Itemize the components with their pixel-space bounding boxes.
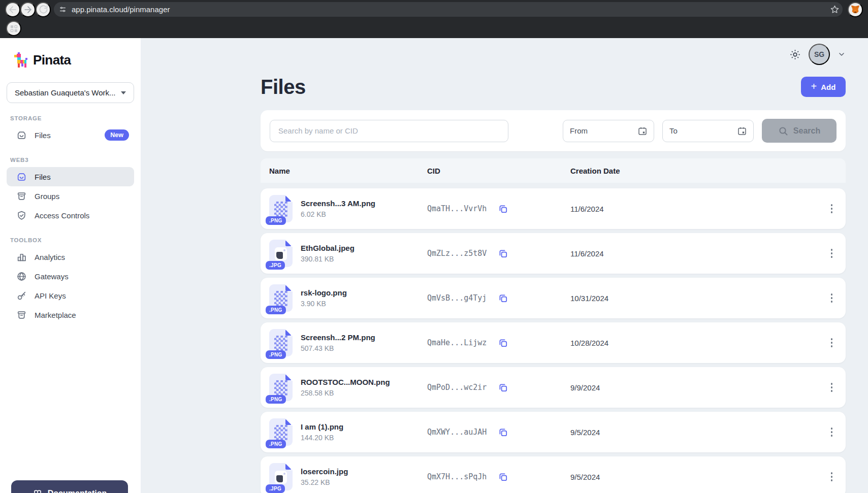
file-type-icon: .PNG [269,195,293,222]
date-to-field[interactable] [662,120,754,142]
sidebar-item-analytics[interactable]: Analytics [7,247,134,267]
file-cid: QmVsB...g4Tyj [427,293,487,303]
file-row[interactable]: .PNG Screensh...3 AM.png 6.02 KB QmaTH..… [261,188,846,229]
forward-icon[interactable] [20,2,36,17]
sidebar-item-label: Analytics [35,253,65,261]
folded-corner [285,195,293,202]
metamask-extension-icon[interactable] [848,2,863,17]
jpg-photo-glyph [275,471,287,484]
file-creation-date: 10/28/2024 [570,339,815,347]
sidebar-item-marketplace[interactable]: Marketplace [7,305,134,324]
groups-icon [16,191,27,202]
file-size: 507.43 KB [301,344,375,352]
bookmark-star-icon[interactable] [830,5,840,14]
reload-icon[interactable] [36,2,51,17]
shield-icon [16,210,27,221]
url-text: app.pinata.cloud/pinmanager [72,5,830,14]
search-input[interactable] [270,120,508,142]
nav-section-label: WEB3 [10,157,131,163]
search-button[interactable]: Search [762,119,837,143]
row-menu-kebab-icon[interactable] [828,335,836,350]
copy-cid-icon[interactable] [498,472,508,482]
file-creation-date: 11/6/2024 [570,205,815,213]
tab-groups-grid-icon[interactable] [6,21,21,36]
column-header-cid: CID [427,167,570,175]
file-type-icon: .PNG [269,374,293,401]
book-icon [33,488,43,493]
copy-cid-icon[interactable] [498,204,508,214]
file-ext-badge: .PNG [266,350,286,359]
back-icon[interactable] [5,2,20,17]
main-content: SG Files + Add [141,38,868,493]
pinata-logo[interactable]: Pinata [7,38,134,68]
folded-corner [285,418,293,425]
copy-cid-icon[interactable] [498,382,508,393]
row-menu-kebab-icon[interactable] [828,201,836,216]
row-menu-kebab-icon[interactable] [828,246,836,261]
sidebar-item-label: Marketplace [35,311,76,319]
file-size: 6.02 KB [301,210,375,218]
sidebar-item-access-controls[interactable]: Access Controls [7,206,134,225]
folded-corner [285,329,293,336]
analytics-icon [16,252,27,262]
add-button[interactable]: + Add [801,77,846,97]
file-row[interactable]: .JPG EthGlobal.jpeg 390.81 KB QmZLz...z5… [261,233,846,274]
file-row[interactable]: .JPG losercoin.jpg 35.22 KB QmX7H...sPqJ… [261,456,846,493]
file-name: losercoin.jpg [301,467,348,476]
file-row[interactable]: .PNG I am (1).png 144.20 KB QmXWY...auJA… [261,412,846,452]
address-bar[interactable]: app.pinata.cloud/pinmanager [54,2,843,17]
avatar[interactable]: SG [809,44,830,65]
file-size: 144.20 KB [301,434,343,442]
documentation-button[interactable]: Documentation [11,480,128,493]
file-row[interactable]: .PNG rsk-logo.png 3.90 KB QmVsB...g4Tyj … [261,278,846,318]
workspace-selector[interactable]: Sebastian Guaqueta's Work... [7,82,134,103]
site-settings-icon[interactable] [59,6,67,13]
theme-toggle-sun-icon[interactable] [789,49,801,60]
search-icon [778,126,788,136]
file-row[interactable]: .PNG ROOTSTOC...MOON.png 258.58 KB QmPoD… [261,367,846,408]
sidebar-item-groups[interactable]: Groups [7,186,134,206]
sidebar-item-label: API Keys [35,291,66,300]
file-name: EthGlobal.jpeg [301,244,355,252]
file-ext-badge: .JPG [266,484,285,493]
sidebar-item-label: Gateways [35,272,69,281]
filter-panel: Search [261,110,846,151]
file-row[interactable]: .PNG Screensh...2 PM.png 507.43 KB QmaHe… [261,322,846,363]
row-menu-kebab-icon[interactable] [828,424,836,440]
file-cid: QmXWY...auJAH [427,428,487,437]
sidebar-item-files[interactable]: Files [7,167,134,186]
file-type-icon: .JPG [269,463,293,490]
file-type-icon: .JPG [269,240,293,267]
file-cid: QmPoD...wc2ir [427,383,487,392]
file-creation-date: 9/5/2024 [570,428,815,437]
file-name: Screensh...3 AM.png [301,199,375,208]
page-title: Files [261,76,306,98]
table-header: Name CID Creation Date [261,158,846,183]
sidebar-item-gateways[interactable]: Gateways [7,267,134,286]
file-size: 390.81 KB [301,255,355,263]
workspace-name: Sebastian Guaqueta's Work... [15,88,116,97]
account-chevron-down-icon[interactable] [838,50,846,58]
pinata-logo-icon [14,52,28,68]
file-cid: QmaTH...VvrVh [427,204,487,213]
sidebar-item-files[interactable]: FilesNew [7,125,134,145]
caret-down-icon [121,91,126,94]
date-from-field[interactable] [563,120,654,142]
calendar-icon[interactable] [737,126,747,136]
copy-cid-icon[interactable] [498,338,508,348]
row-menu-kebab-icon[interactable] [828,290,836,306]
files-icon [16,130,27,141]
copy-cid-icon[interactable] [498,427,508,438]
row-menu-kebab-icon[interactable] [828,469,836,484]
date-to-input[interactable] [669,126,737,135]
topbar: SG [261,38,846,63]
row-menu-kebab-icon[interactable] [828,380,836,395]
copy-cid-icon[interactable] [498,248,508,259]
copy-cid-icon[interactable] [498,293,508,304]
png-checker-glyph [274,380,287,396]
date-from-input[interactable] [570,126,637,135]
calendar-icon[interactable] [637,126,648,136]
documentation-label: Documentation [48,489,107,493]
sidebar-item-api-keys[interactable]: API Keys [7,286,134,305]
file-name: I am (1).png [301,422,343,431]
